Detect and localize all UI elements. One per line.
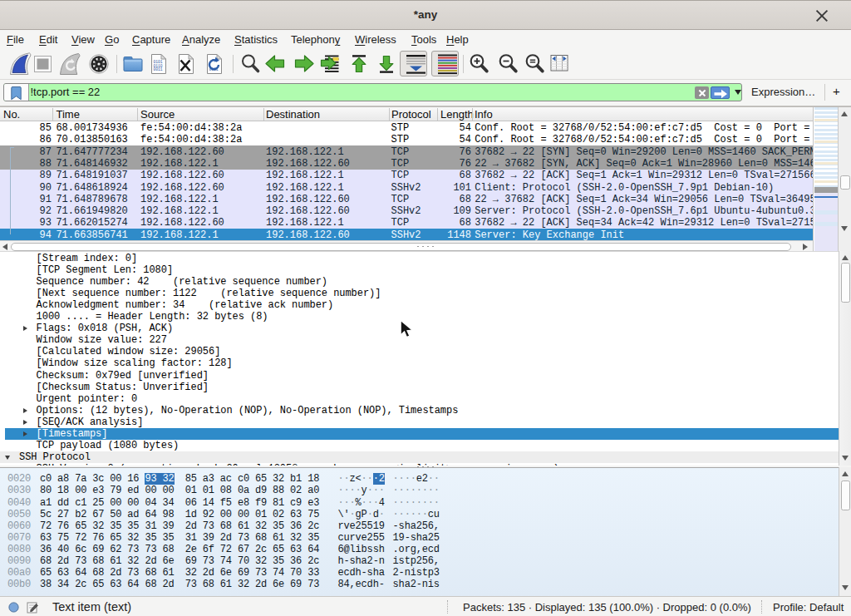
svg-text:0011: 0011: [154, 67, 163, 71]
